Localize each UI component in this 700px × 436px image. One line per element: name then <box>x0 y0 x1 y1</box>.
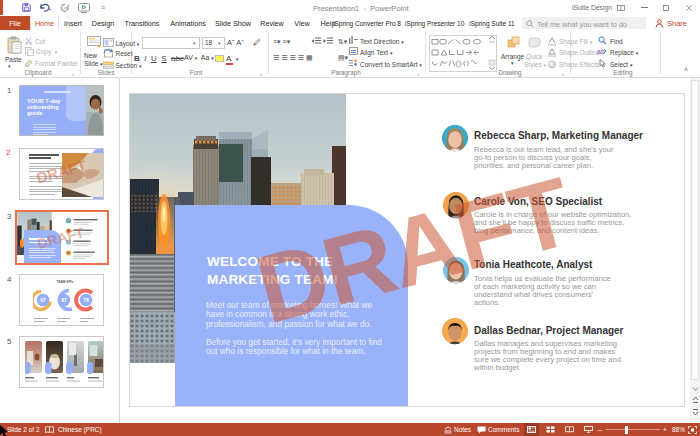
svg-text:67: 67 <box>40 297 46 303</box>
svg-text:87: 87 <box>61 297 67 303</box>
svg-text:ab: ab <box>597 48 605 55</box>
svg-text:76: 76 <box>83 297 89 303</box>
